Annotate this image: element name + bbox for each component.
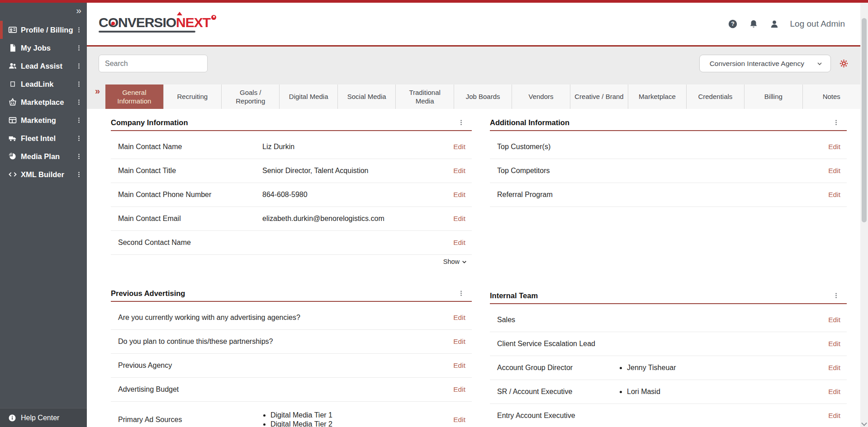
field-row-main-contact-email: Main Contact Email elizabeth.durkin@beno… — [111, 207, 472, 231]
help-circle-icon[interactable]: ? — [728, 19, 738, 29]
sidebar-item-menu-icon[interactable] — [76, 171, 82, 178]
sidebar-item-menu-icon[interactable] — [76, 44, 82, 52]
edit-link[interactable]: Edit — [828, 340, 847, 348]
sidebar-item-fleet-intel[interactable]: Fleet Intel — [0, 129, 87, 147]
field-value: Liz Durkin — [262, 143, 453, 151]
sidebar-item-menu-icon[interactable] — [76, 62, 82, 70]
edit-link[interactable]: Edit — [453, 215, 472, 223]
sidebar-item-menu-icon[interactable] — [76, 99, 82, 106]
field-label: Main Contact Email — [118, 215, 262, 223]
logo-text-dark: NVERSIO — [118, 16, 176, 29]
gear-icon[interactable] — [839, 59, 849, 68]
field-label: SR / Account Executive — [497, 388, 619, 396]
sidebar-item-profile-billing[interactable]: Profile / Billing — [0, 21, 87, 39]
tab-marketplace[interactable]: Marketplace — [628, 84, 686, 109]
scrollbar-thumb[interactable] — [862, 18, 867, 222]
show-more-button[interactable]: Show — [111, 255, 472, 265]
tab-job-boards[interactable]: Job Boards — [454, 84, 512, 109]
edit-link[interactable]: Edit — [453, 143, 472, 151]
tab-traditional-media[interactable]: Traditional Media — [396, 84, 454, 109]
value-list-item: Digital Media Tier 1 — [270, 411, 453, 419]
main-area: CONVERSIONEXT ? Log out Admin Conversion… — [87, 3, 868, 427]
edit-link[interactable]: Edit — [453, 167, 472, 175]
help-center-label: Help Center — [21, 414, 59, 422]
sidebar-item-marketing[interactable]: Marketing — [0, 111, 87, 129]
app-logo[interactable]: CONVERSIONEXT — [99, 16, 216, 33]
sidebar-item-label: LeadLink — [21, 80, 53, 89]
sidebar-item-label: Marketplace — [21, 98, 64, 107]
tab-recruiting[interactable]: Recruiting — [164, 84, 222, 109]
field-row-entry-account-executive: Entry Account Executive Edit — [490, 404, 847, 427]
section-menu-icon[interactable] — [458, 119, 465, 126]
edit-link[interactable]: Edit — [828, 388, 847, 396]
edit-link[interactable]: Edit — [453, 239, 472, 247]
sidebar-item-menu-icon[interactable] — [76, 80, 82, 88]
edit-link[interactable]: Edit — [453, 314, 472, 322]
field-row-previous-agency: Previous Agency Edit — [111, 354, 472, 378]
edit-link[interactable]: Edit — [828, 167, 847, 175]
edit-link[interactable]: Edit — [828, 143, 847, 151]
tab-general-information[interactable]: General Information — [105, 84, 163, 109]
sidebar-item-leadlink[interactable]: LeadLink — [0, 75, 87, 93]
sidebar-item-lead-assist[interactable]: Lead Assist — [0, 57, 87, 75]
tab-credentials[interactable]: Credentials — [687, 84, 745, 109]
sidebar-item-menu-icon[interactable] — [76, 26, 82, 33]
section-menu-icon[interactable] — [833, 119, 840, 126]
section-menu-icon[interactable] — [458, 290, 465, 297]
person-icon[interactable] — [769, 19, 779, 29]
edit-link[interactable]: Edit — [828, 364, 847, 372]
field-label: Account Group Director — [497, 364, 619, 372]
sidebar-item-menu-icon[interactable] — [76, 135, 82, 142]
field-value: Digital Media Tier 1 Digital Media Tier … — [262, 408, 453, 427]
field-row-continue-partnerships: Do you plan to continue this/these partn… — [111, 330, 472, 354]
section-title: Additional Information — [490, 118, 569, 127]
edit-link[interactable]: Edit — [828, 191, 847, 199]
code-icon — [8, 170, 17, 179]
sidebar-collapse-icon[interactable]: » — [76, 5, 81, 15]
logout-button[interactable]: Log out Admin — [790, 19, 845, 29]
help-center-button[interactable]: Help Center — [0, 408, 87, 427]
section-title: Internal Team — [490, 291, 538, 300]
bell-icon[interactable] — [749, 19, 759, 29]
edit-link[interactable]: Edit — [453, 385, 472, 394]
app-header: CONVERSIONEXT ? Log out Admin — [87, 3, 860, 47]
tabs-collapse-icon[interactable]: » — [95, 86, 100, 95]
section-additional-information: Additional Information Top Customer(s) E… — [490, 115, 847, 207]
sidebar-item-my-jobs[interactable]: My Jobs — [0, 39, 87, 57]
top-accent-bar — [0, 0, 868, 3]
search-input[interactable] — [99, 55, 208, 72]
edit-link[interactable]: Edit — [453, 416, 472, 424]
sidebar-item-xml-builder[interactable]: XML Builder — [0, 165, 87, 183]
edit-link[interactable]: Edit — [453, 338, 472, 346]
field-row-sales: Sales Edit — [490, 308, 847, 332]
field-row-top-competitors: Top Competitors Edit — [490, 159, 847, 183]
section-menu-icon[interactable] — [833, 292, 840, 299]
tab-billing[interactable]: Billing — [745, 84, 802, 109]
page-body: Conversion Interactive Agency » General … — [87, 48, 860, 427]
tab-digital-media[interactable]: Digital Media — [280, 84, 337, 109]
field-row-account-group-director: Account Group Director Jenny Tisheuar Ed… — [490, 356, 847, 380]
edit-link[interactable]: Edit — [828, 316, 847, 324]
tab-goals-reporting[interactable]: Goals / Reporting — [222, 84, 280, 109]
chevron-down-icon — [461, 259, 467, 265]
sidebar-item-media-plan[interactable]: Media Plan — [0, 147, 87, 165]
logo-o-swirl: O — [108, 16, 118, 29]
tab-vendors[interactable]: Vendors — [512, 84, 570, 109]
agency-dropdown[interactable]: Conversion Interactive Agency — [699, 55, 831, 72]
scrollbar-down-arrow-icon[interactable] — [861, 420, 867, 426]
field-row-main-contact-name: Main Contact Name Liz Durkin Edit — [111, 135, 472, 159]
edit-link[interactable]: Edit — [453, 361, 472, 370]
sidebar-item-marketplace[interactable]: Marketplace — [0, 93, 87, 111]
tab-notes[interactable]: Notes — [803, 84, 860, 109]
sidebar-item-label: Marketing — [21, 116, 56, 125]
vertical-scrollbar[interactable] — [860, 3, 868, 427]
tab-creative-brand[interactable]: Creative / Brand — [570, 84, 628, 109]
field-label: Second Contact Name — [118, 239, 262, 247]
tab-social-media[interactable]: Social Media — [338, 84, 396, 109]
sidebar-item-menu-icon[interactable] — [76, 117, 82, 124]
sidebar-item-menu-icon[interactable] — [76, 153, 82, 160]
edit-link[interactable]: Edit — [453, 191, 472, 199]
edit-link[interactable]: Edit — [828, 412, 847, 420]
field-label: Do you plan to continue this/these partn… — [118, 338, 398, 346]
toolbar: Conversion Interactive Agency — [87, 48, 860, 83]
